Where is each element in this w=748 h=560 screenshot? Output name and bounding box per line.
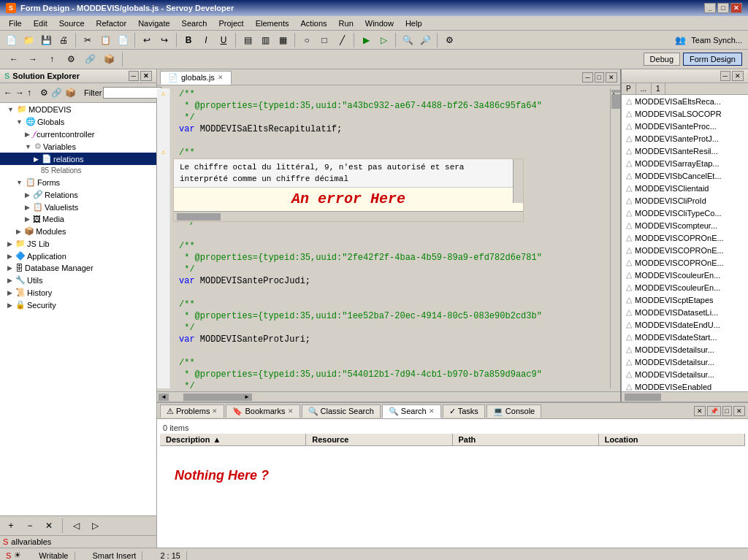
tree-item-relations2[interactable]: ▶ 🔗 Relations [0, 188, 156, 201]
editor-code[interactable]: ⚠ ⚠ /** * @properties={typeid:35,uuid:"a… [157, 85, 620, 391]
new-btn[interactable]: 📄 [3, 32, 19, 48]
problems-close[interactable]: ✕ [212, 407, 218, 415]
bottom-tab-classic-search[interactable]: 🔍 Classic Search [302, 404, 381, 418]
underline-btn[interactable]: U [215, 32, 232, 48]
right-tab-1[interactable]: 1 [652, 83, 665, 94]
team-synch-icon[interactable]: 👥 [672, 32, 688, 48]
search-close[interactable]: ✕ [429, 407, 435, 415]
scroll-right-arrow[interactable]: ► [242, 394, 252, 401]
bookmarks-close[interactable]: ✕ [288, 407, 294, 415]
right-item-18[interactable]: △ MODDEVISdateEndU... [622, 318, 748, 331]
right-item-12[interactable]: △ MODDEVISCOPROnE... [622, 244, 748, 256]
app-arrow[interactable]: ▶ [7, 253, 12, 260]
header-resource[interactable]: Resource [306, 434, 452, 445]
shape-line-btn[interactable]: ╱ [334, 32, 350, 48]
debug-play-btn[interactable]: ▷ [375, 32, 392, 48]
error-scrollbar-v[interactable] [513, 159, 523, 203]
window-controls[interactable]: _ □ ✕ [704, 3, 742, 13]
right-item-1[interactable]: △ MODDEVISaLSOCOPR [622, 107, 748, 120]
sol-btn3[interactable]: ↑ [26, 85, 32, 101]
panel-close-btn[interactable]: ✕ [140, 71, 152, 81]
moddevis-arrow[interactable]: ▼ [7, 106, 14, 113]
right-panel-controls[interactable]: ─ ✕ [720, 71, 744, 81]
bold-btn[interactable]: B [180, 32, 196, 48]
paste-btn[interactable]: 📄 [115, 32, 131, 48]
menu-search[interactable]: Search [176, 18, 213, 29]
sec-arrow[interactable]: ▶ [7, 302, 12, 309]
right-item-8[interactable]: △ MODDEVISCliProId [622, 194, 748, 207]
sol-btn4[interactable]: ⚙ [39, 85, 49, 101]
settings-btn[interactable]: ⚙ [441, 32, 457, 48]
header-path[interactable]: Path [453, 434, 599, 445]
menu-source[interactable]: Source [53, 18, 91, 29]
nav-left-btn[interactable]: ◁ [68, 518, 84, 534]
editor-scrollbar-h[interactable]: ◄ ► [157, 391, 620, 402]
menu-project[interactable]: Project [213, 18, 249, 29]
bottom-tab-tasks[interactable]: ✓ Tasks [443, 404, 485, 418]
editor-close-btn[interactable]: ✕ [606, 72, 617, 83]
right-item-7[interactable]: △ MODDEVISClientaid [622, 182, 748, 194]
tree-item-application[interactable]: ▶ 🔷 Application [0, 250, 156, 262]
right-item-13[interactable]: △ MODDEVISCOPROnE... [622, 256, 748, 269]
tree-item-currentcontroller[interactable]: ▶ 𝑓 currentcontroller [0, 128, 156, 140]
align-center-btn[interactable]: ▥ [257, 32, 273, 48]
form-design-button[interactable]: Form Design [683, 53, 742, 66]
print-btn[interactable]: 🖨 [56, 32, 72, 48]
tree-item-globals[interactable]: ▼ 🌐 Globals [0, 115, 156, 128]
panel-minimize-btn[interactable]: ─ [129, 71, 139, 81]
forms-arrow[interactable]: ▼ [16, 179, 23, 186]
tree-item-dbmanager[interactable]: ▶ 🗄 Database Manager [0, 262, 156, 274]
scroll-thumb[interactable] [611, 94, 620, 109]
align-left-btn[interactable]: ▤ [240, 32, 256, 48]
right-item-9[interactable]: △ MODDEVISCliTypeCo... [622, 207, 748, 219]
editor-scrollbar-v[interactable]: ▲ [610, 88, 620, 388]
find-btn[interactable]: 🔎 [417, 32, 433, 48]
media-arrow[interactable]: ▶ [25, 215, 30, 223]
editor-tab-globals[interactable]: 📄 globals.js ✕ [160, 71, 232, 85]
header-location[interactable]: Location [599, 434, 745, 445]
redo-btn[interactable]: ↪ [156, 32, 172, 48]
search-btn[interactable]: 🔍 [400, 32, 416, 48]
rel2-arrow[interactable]: ▶ [25, 191, 30, 199]
nav-forward-btn[interactable]: → [25, 51, 41, 67]
editor-tab-controls[interactable]: ─ □ ✕ [582, 72, 617, 83]
tree-item-variables[interactable]: ▼ ⚙ Variables [0, 140, 156, 153]
tree-item-history[interactable]: ▶ 📜 History [0, 286, 156, 299]
scroll-up-arrow[interactable]: ▲ [611, 90, 620, 93]
editor-max-btn[interactable]: □ [595, 72, 604, 83]
nav-right-btn[interactable]: ▷ [87, 518, 103, 534]
bottom-tab-problems[interactable]: ⚠ Problems ✕ [160, 404, 224, 418]
bottom-tab-search[interactable]: 🔍 Search ✕ [382, 404, 441, 418]
editor-min-btn[interactable]: ─ [582, 72, 592, 83]
menu-edit[interactable]: Edit [28, 18, 53, 29]
nav-back-btn[interactable]: ← [6, 51, 22, 67]
tree-item-forms[interactable]: ▼ 📋 Forms [0, 176, 156, 188]
error-h-thumb[interactable] [177, 213, 221, 220]
bottom-max-btn[interactable]: □ [722, 406, 732, 416]
right-item-17[interactable]: △ MODDEVISDatasetLi... [622, 306, 748, 318]
menu-file[interactable]: File [3, 18, 28, 29]
cut-btn[interactable]: ✂ [80, 32, 96, 48]
right-item-5[interactable]: △ MODDEVISarrayEtap... [622, 157, 748, 169]
bottom-close-btn[interactable]: ✕ [733, 406, 745, 416]
sol-btn5[interactable]: 🔗 [50, 85, 63, 101]
add-btn[interactable]: + [3, 518, 19, 534]
rel-arrow[interactable]: ▶ [34, 156, 39, 163]
minimize-button[interactable]: _ [704, 3, 716, 13]
tree-item-moddevis[interactable]: ▼ 📁 MODDEVIS [0, 103, 156, 115]
right-item-19[interactable]: △ MODDEVISdateStart... [622, 331, 748, 343]
scroll-left-arrow[interactable]: ◄ [159, 394, 169, 401]
right-item-3[interactable]: △ MODDEVISanteProtJ... [622, 132, 748, 145]
right-item-10[interactable]: △ MODDEVIScompteur... [622, 219, 748, 231]
maximize-button[interactable]: □ [717, 3, 729, 13]
tree-item-85relations[interactable]: 85 Relations [0, 165, 156, 176]
open-btn[interactable]: 📁 [20, 32, 37, 48]
cc-arrow[interactable]: ▶ [25, 131, 30, 138]
tree-item-relations[interactable]: ▶ 📄 relations [0, 153, 156, 165]
db-arrow[interactable]: ▶ [7, 264, 12, 272]
bottom-tab-bookmarks[interactable]: 🔖 Bookmarks ✕ [226, 404, 299, 418]
copy-btn[interactable]: 📋 [97, 32, 113, 48]
bottom-tab-console[interactable]: 💻 Console [486, 404, 541, 418]
right-item-14[interactable]: △ MODDEVIScouleurEn... [622, 269, 748, 281]
package-btn[interactable]: 📦 [101, 51, 117, 67]
